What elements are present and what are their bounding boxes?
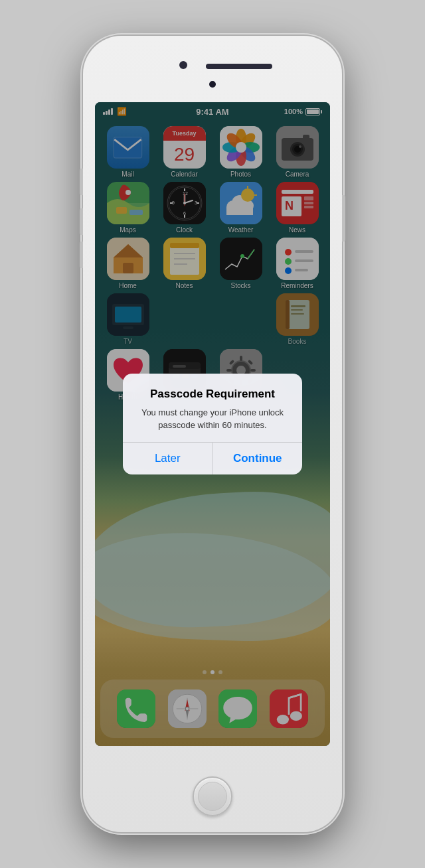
alert-message: You must change your iPhone unlock passc… (133, 407, 292, 431)
alert-later-button[interactable]: Later (123, 443, 213, 474)
camera-dot (179, 61, 187, 69)
front-camera-icon (209, 81, 216, 88)
top-bar (83, 36, 342, 109)
alert-overlay: Passcode Requirement You must change you… (95, 102, 330, 746)
phone-frame: 📶 9:41 AM 100% (83, 36, 342, 832)
home-button[interactable] (193, 776, 232, 816)
alert-dialog: Passcode Requirement You must change you… (123, 374, 302, 474)
alert-title: Passcode Requirement (133, 387, 292, 401)
home-button-inner (198, 782, 227, 811)
alert-content: Passcode Requirement You must change you… (123, 374, 302, 441)
alert-buttons: Later Continue (123, 443, 302, 474)
screen: 📶 9:41 AM 100% (95, 102, 330, 746)
speaker-grille (206, 64, 272, 69)
alert-continue-button[interactable]: Continue (213, 443, 303, 474)
